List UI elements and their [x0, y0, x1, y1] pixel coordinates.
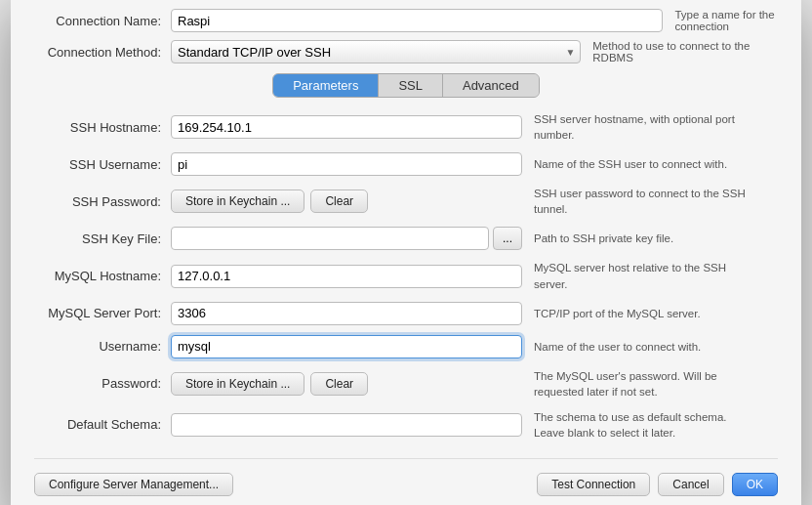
dialog-footer: Configure Server Management... Test Conn…	[34, 458, 778, 496]
ssh-keyfile-row: SSH Key File: ... Path to SSH private ke…	[34, 227, 778, 250]
mysql-hostname-row: MySQL Hostname: MySQL server host relati…	[34, 260, 778, 291]
connection-name-label: Connection Name:	[34, 14, 171, 28]
mysql-port-row: MySQL Server Port: TCP/IP port of the My…	[34, 302, 778, 325]
ok-button[interactable]: OK	[732, 473, 778, 496]
ssh-hostname-label: SSH Hostname:	[34, 120, 171, 135]
username-label: Username:	[34, 339, 171, 354]
mysql-port-control	[171, 302, 522, 325]
default-schema-hint: The schema to use as default schema. Lea…	[534, 409, 758, 441]
tab-ssl[interactable]: SSL	[379, 74, 443, 97]
clear-button[interactable]: Clear	[310, 372, 368, 396]
default-schema-input[interactable]	[171, 413, 522, 437]
password-hint: The MySQL user's password. Will be reque…	[534, 368, 758, 400]
ssh-password-label: SSH Password:	[34, 194, 171, 209]
mysql-port-hint: TCP/IP port of the MySQL server.	[534, 306, 701, 321]
ssh-username-row: SSH Username: Name of the SSH user to co…	[34, 152, 778, 176]
password-control: Store in Keychain ... Clear	[171, 372, 522, 396]
password-row: Password: Store in Keychain ... Clear Th…	[34, 368, 778, 400]
default-schema-label: Default Schema:	[34, 417, 171, 432]
username-row: Username: Name of the user to connect wi…	[34, 335, 778, 358]
connection-method-label: Connection Method:	[34, 45, 171, 60]
username-hint: Name of the user to connect with.	[534, 339, 701, 355]
default-schema-row: Default Schema: The schema to use as def…	[34, 409, 778, 441]
ssh-keyfile-browse-button[interactable]: ...	[493, 227, 522, 250]
test-connection-button[interactable]: Test Connection	[537, 473, 650, 496]
store-keychain-button[interactable]: Store in Keychain ...	[171, 372, 304, 396]
default-schema-control	[171, 413, 522, 437]
mysql-port-input[interactable]	[171, 302, 522, 325]
ssh-password-row: SSH Password: Store in Keychain ... Clea…	[34, 186, 778, 217]
mysql-hostname-hint: MySQL server host relative to the SSH se…	[534, 260, 758, 291]
ssh-username-control	[171, 152, 522, 176]
connection-name-hint: Type a name for the connection	[674, 9, 778, 32]
connection-method-select[interactable]: Standard TCP/IP Standard TCP/IP over SSH…	[171, 40, 581, 63]
footer-right-buttons: Test Connection Cancel OK	[537, 473, 778, 496]
ssh-password-control: Store in Keychain ... Clear	[171, 189, 522, 213]
username-input[interactable]	[171, 335, 522, 358]
ssh-hostname-input[interactable]	[171, 115, 522, 139]
tab-group: Parameters SSL Advanced	[272, 73, 540, 98]
mysql-hostname-control	[171, 265, 522, 288]
connection-method-row: Connection Method: Standard TCP/IP Stand…	[34, 40, 778, 63]
connection-name-row: Connection Name: Type a name for the con…	[34, 9, 778, 32]
connection-method-wrapper: Standard TCP/IP Standard TCP/IP over SSH…	[171, 40, 581, 63]
mysql-port-label: MySQL Server Port:	[34, 306, 171, 320]
ssh-clear-button[interactable]: Clear	[310, 189, 368, 213]
cancel-button[interactable]: Cancel	[658, 473, 723, 496]
ssh-username-hint: Name of the SSH user to connect with.	[534, 156, 727, 172]
connection-name-input[interactable]	[171, 9, 663, 32]
ssh-username-label: SSH Username:	[34, 157, 171, 172]
mysql-hostname-input[interactable]	[171, 265, 522, 288]
ssh-hostname-control	[171, 115, 522, 139]
ssh-keyfile-input[interactable]	[171, 227, 489, 250]
tab-parameters[interactable]: Parameters	[273, 74, 379, 97]
ssh-keyfile-label: SSH Key File:	[34, 231, 171, 246]
ssh-keyfile-control: ...	[171, 227, 522, 250]
password-label: Password:	[34, 376, 171, 391]
ssh-hostname-row: SSH Hostname: SSH server hostname, with …	[34, 111, 778, 143]
ssh-keyfile-hint: Path to SSH private key file.	[534, 231, 673, 246]
tab-advanced[interactable]: Advanced	[443, 74, 539, 97]
connection-dialog: Connection Name: Type a name for the con…	[11, 0, 801, 505]
ssh-password-hint: SSH user password to connect to the SSH …	[534, 186, 758, 217]
ssh-hostname-hint: SSH server hostname, with optional port …	[534, 111, 758, 143]
ssh-store-keychain-button[interactable]: Store in Keychain ...	[171, 189, 304, 213]
tabs-row: Parameters SSL Advanced	[34, 73, 778, 98]
username-control	[171, 335, 522, 358]
configure-server-button[interactable]: Configure Server Management...	[34, 473, 233, 496]
ssh-username-input[interactable]	[171, 152, 522, 176]
connection-method-hint: Method to use to connect to the RDBMS	[592, 40, 778, 63]
mysql-hostname-label: MySQL Hostname:	[34, 269, 171, 283]
